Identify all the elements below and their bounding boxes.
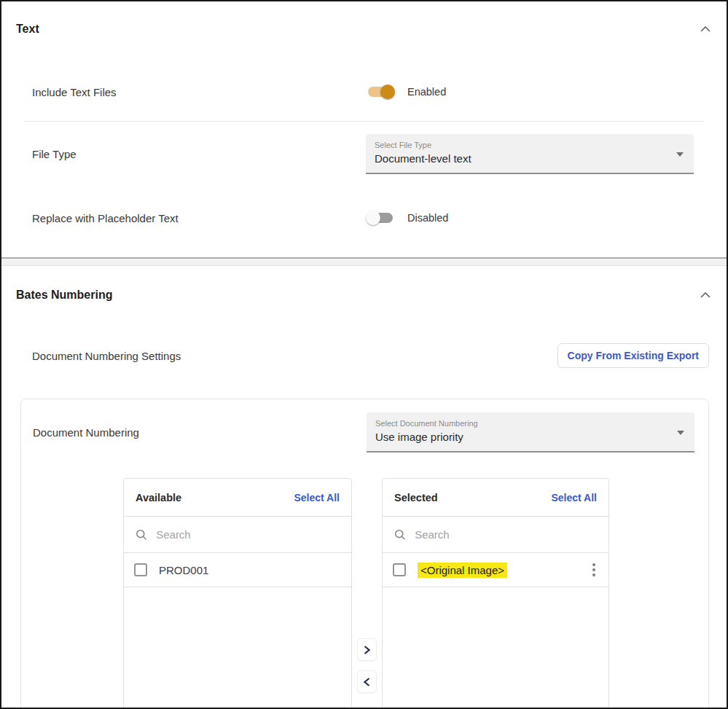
text-section-header: Text: [1, 1, 727, 36]
include-text-files-toggle[interactable]: [366, 84, 395, 100]
selected-list-item[interactable]: <Original Image>: [383, 553, 608, 587]
file-type-label: File Type: [32, 148, 366, 160]
selected-select-all-link[interactable]: Select All: [551, 492, 597, 504]
include-text-files-state: Enabled: [407, 86, 446, 98]
row-divider: [23, 121, 705, 122]
kebab-menu-icon[interactable]: [590, 560, 598, 579]
available-search-row: [124, 517, 351, 553]
text-section: Text Include Text Files Enabled File Typ…: [1, 1, 727, 259]
copy-from-existing-export-button[interactable]: Copy From Existing Export: [557, 343, 709, 368]
selected-search-input[interactable]: [415, 528, 597, 541]
document-numbering-settings-row: Document Numbering Settings Copy From Ex…: [1, 343, 727, 368]
item-label-highlighted: <Original Image>: [418, 563, 507, 578]
toggle-thumb: [380, 85, 395, 99]
replace-placeholder-toggle[interactable]: [366, 210, 395, 226]
move-left-button[interactable]: [357, 670, 377, 693]
selected-panel: Selected Select All <Original Image>: [382, 478, 609, 709]
item-checkbox[interactable]: [134, 563, 147, 576]
replace-placeholder-row: Replace with Placeholder Text Disabled: [1, 205, 727, 231]
file-type-dropdown[interactable]: Select File Type Document-level text: [366, 134, 694, 174]
bates-section-collapse-button[interactable]: [699, 291, 712, 299]
available-select-all-link[interactable]: Select All: [294, 492, 340, 504]
file-type-select-label: Select File Type: [375, 141, 684, 149]
replace-placeholder-label: Replace with Placeholder Text: [32, 212, 366, 224]
available-panel: Available Select All PROD001: [123, 478, 352, 709]
selected-panel-title: Selected: [394, 492, 438, 504]
document-numbering-dropdown[interactable]: Select Document Numbering Use image prio…: [367, 412, 694, 453]
document-numbering-card: Document Numbering Select Document Numbe…: [20, 399, 709, 709]
bates-section-title: Bates Numbering: [16, 288, 112, 302]
search-icon: [394, 528, 406, 541]
selected-panel-header: Selected Select All: [383, 479, 608, 517]
document-numbering-label: Document Numbering: [33, 426, 367, 439]
text-section-collapse-button[interactable]: [699, 25, 712, 34]
available-panel-title: Available: [136, 492, 181, 504]
caret-down-icon: [676, 152, 684, 157]
chevron-left-icon: [364, 678, 370, 686]
bates-numbering-section: Bates Numbering Document Numbering Setti…: [1, 266, 727, 709]
chevron-up-icon: [700, 26, 711, 32]
document-numbering-select-label: Select Document Numbering: [375, 419, 684, 428]
text-section-title: Text: [16, 22, 39, 36]
chevron-up-icon: [700, 292, 711, 298]
bates-section-header: Bates Numbering: [1, 266, 727, 302]
search-icon: [136, 528, 147, 541]
move-right-button[interactable]: [357, 638, 377, 661]
document-numbering-selected-value: Use image priority: [375, 431, 684, 443]
chevron-right-icon: [364, 646, 370, 654]
available-list-item[interactable]: PROD001: [124, 553, 351, 587]
item-label: PROD001: [159, 564, 208, 576]
document-numbering-settings-label: Document Numbering Settings: [32, 350, 181, 362]
file-type-selected-value: Document-level text: [375, 152, 684, 165]
replace-placeholder-state: Disabled: [407, 212, 448, 224]
document-numbering-row: Document Numbering Select Document Numbe…: [21, 412, 708, 453]
section-gap: [1, 259, 727, 266]
include-text-files-label: Include Text Files: [32, 86, 366, 98]
transfer-controls: [352, 478, 382, 709]
available-panel-header: Available Select All: [124, 479, 351, 517]
dual-list-picker: Available Select All PROD001: [123, 478, 708, 709]
file-type-row: File Type Select File Type Document-leve…: [1, 134, 727, 174]
toggle-thumb: [366, 211, 380, 225]
available-search-input[interactable]: [156, 528, 340, 541]
caret-down-icon: [677, 431, 684, 435]
selected-search-row: [383, 517, 608, 553]
item-checkbox[interactable]: [393, 563, 406, 576]
include-text-files-row: Include Text Files Enabled: [1, 79, 727, 105]
